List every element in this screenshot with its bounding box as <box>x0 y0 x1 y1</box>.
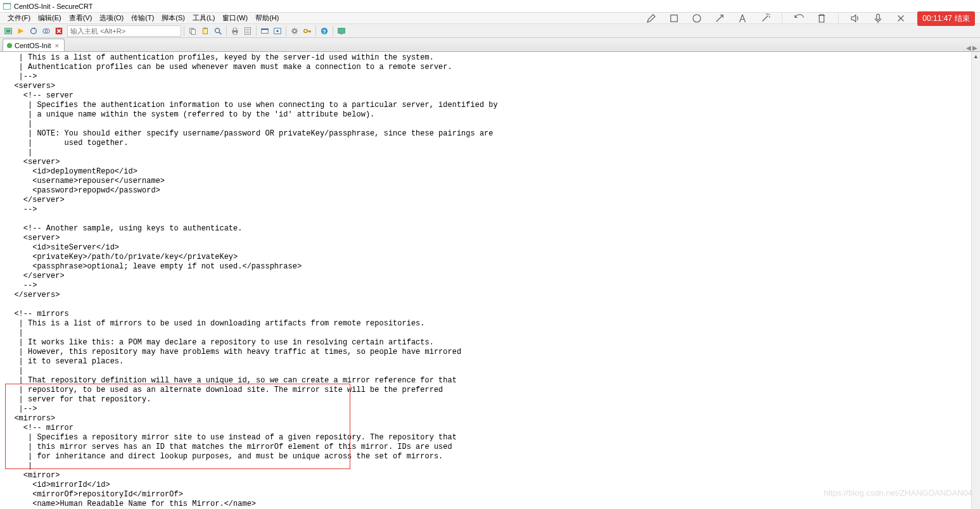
settings-icon[interactable] <box>289 25 300 37</box>
svg-point-20 <box>276 30 279 32</box>
svg-rect-25 <box>338 28 345 33</box>
svg-rect-1 <box>4 4 11 9</box>
reconnect-icon[interactable] <box>28 25 39 37</box>
overlay-separator <box>838 13 839 24</box>
tab-close-icon[interactable]: × <box>53 42 60 49</box>
toolbar-separator <box>256 26 257 36</box>
svg-point-28 <box>693 15 701 22</box>
svg-rect-27 <box>671 15 678 22</box>
connect-icon[interactable] <box>3 25 14 37</box>
svg-point-12 <box>215 28 220 32</box>
toolbar-separator <box>315 26 316 36</box>
toolbar-separator <box>184 26 184 36</box>
wand-icon[interactable] <box>759 12 772 25</box>
record-end-label: 结束 <box>955 13 970 24</box>
properties-icon[interactable] <box>242 25 253 37</box>
record-timer[interactable]: 00:11:47 结束 <box>917 11 975 26</box>
arrow-icon[interactable] <box>713 12 726 25</box>
menu-window[interactable]: 窗口(W) <box>220 13 250 23</box>
paste-icon[interactable] <box>200 25 211 37</box>
tab-nav: ◀ ▶ <box>966 44 977 51</box>
key-icon[interactable] <box>302 25 313 37</box>
recorder-toolbar: 00:11:47 结束 <box>645 9 975 28</box>
tab-prev-icon[interactable]: ◀ <box>966 44 971 51</box>
menu-script[interactable]: 脚本(S) <box>159 13 188 23</box>
quick-connect-icon[interactable] <box>15 25 27 37</box>
svg-rect-9 <box>191 29 195 34</box>
tab-centos-init[interactable]: CentOS-Init × <box>3 39 65 51</box>
window-title: CentOS-Init - SecureCRT <box>14 3 93 10</box>
tab-label: CentOS-Init <box>15 42 51 49</box>
pen-icon[interactable] <box>645 12 658 25</box>
trash-icon[interactable] <box>815 12 828 25</box>
connection-indicator-icon <box>7 43 12 48</box>
session-icon[interactable] <box>259 25 270 37</box>
vertical-scrollbar[interactable]: ▲ <box>971 52 980 509</box>
menu-help[interactable]: 帮助(H) <box>253 13 281 23</box>
toolbar-separator <box>333 26 333 36</box>
svg-rect-15 <box>233 32 236 34</box>
svg-rect-18 <box>262 28 269 30</box>
overlay-separator <box>782 13 782 24</box>
svg-rect-3 <box>6 29 11 32</box>
toolbar-separator <box>226 26 227 36</box>
app-icon <box>3 2 11 11</box>
menu-view[interactable]: 查看(V) <box>67 13 95 23</box>
menu-file[interactable]: 文件(F) <box>5 13 33 23</box>
text-icon[interactable] <box>736 12 749 25</box>
find-icon[interactable] <box>212 25 224 37</box>
svg-point-21 <box>293 29 296 32</box>
menu-tools[interactable]: 工具(L) <box>190 13 217 23</box>
toolbar-separator <box>286 26 286 36</box>
menu-edit[interactable]: 编辑(E) <box>35 13 64 23</box>
disconnect-icon[interactable] <box>53 25 65 37</box>
host-input[interactable] <box>67 25 181 37</box>
svg-rect-29 <box>877 14 880 20</box>
record-time-value: 00:11:47 <box>922 14 952 23</box>
help-icon[interactable]: ? <box>319 25 330 37</box>
svg-rect-10 <box>203 28 208 34</box>
terminal[interactable]: | This is a list of authentication profi… <box>0 52 980 509</box>
tabbar: CentOS-Init × ◀ ▶ <box>0 38 980 52</box>
terminal-content[interactable]: | This is a list of authentication profi… <box>0 52 980 509</box>
menu-options[interactable]: 选项(O) <box>97 13 126 23</box>
copy-icon[interactable] <box>187 25 198 37</box>
svg-rect-26 <box>340 33 343 34</box>
print-icon[interactable] <box>229 25 241 37</box>
options-icon[interactable] <box>272 25 283 37</box>
scroll-up-icon[interactable]: ▲ <box>972 52 980 61</box>
svg-point-22 <box>304 29 307 32</box>
svg-rect-14 <box>233 28 236 30</box>
mic-icon[interactable] <box>872 12 884 25</box>
close-recorder-icon[interactable] <box>894 12 907 25</box>
undo-icon[interactable] <box>792 12 805 25</box>
square-icon[interactable] <box>668 12 680 25</box>
screen-icon[interactable] <box>336 25 347 37</box>
svg-rect-11 <box>204 27 207 28</box>
svg-text:?: ? <box>322 28 326 34</box>
tab-next-icon[interactable]: ▶ <box>972 44 977 51</box>
reconnect-all-icon[interactable] <box>41 25 52 37</box>
menu-transfer[interactable]: 传输(T) <box>129 13 156 23</box>
circle-icon[interactable] <box>690 12 703 25</box>
svg-point-4 <box>31 28 37 34</box>
speaker-icon[interactable] <box>849 12 862 25</box>
